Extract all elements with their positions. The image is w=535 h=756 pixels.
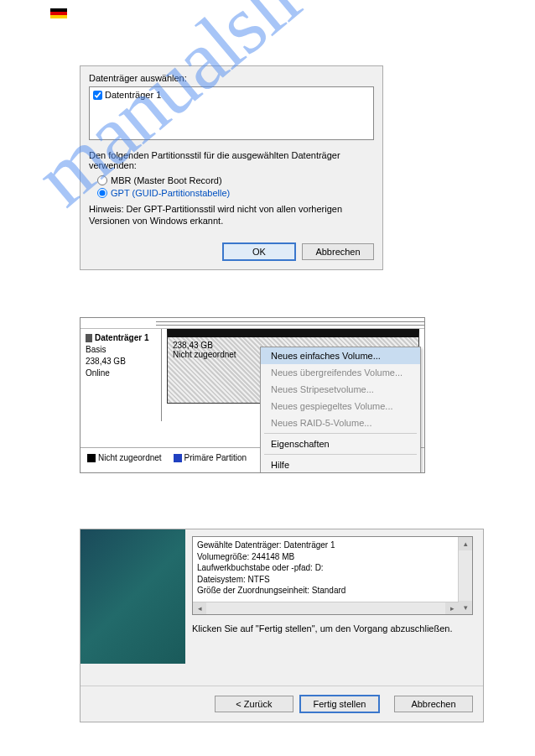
disk-list-item[interactable]: Datenträger 1 [93, 90, 370, 100]
ok-button[interactable]: OK [222, 242, 296, 261]
menu-new-mirrored-volume: Neues gespiegeltes Volume... [261, 398, 420, 414]
german-flag-icon [50, 8, 67, 18]
partition-style-label: Den folgenden Partitionsstil für die aus… [89, 150, 374, 170]
menu-new-striped-volume: Neues Stripesetvolume... [261, 381, 420, 398]
menu-properties[interactable]: Eigenschaften [261, 435, 420, 452]
disk-icon [86, 334, 92, 342]
radio-gpt-label: GPT (GUID-Partitionstabelle) [111, 188, 230, 198]
disk-header: Datenträger 1 [86, 332, 156, 344]
initialize-disk-dialog: Datenträger auswählen: Datenträger 1 Den… [80, 65, 383, 270]
disk-type: Basis [86, 344, 156, 356]
menu-separator [264, 433, 417, 434]
context-menu: Neues einfaches Volume... Neues übergrei… [260, 347, 421, 473]
menu-help[interactable]: Hilfe [261, 456, 420, 473]
disk-listbox[interactable]: Datenträger 1 [89, 86, 374, 140]
back-button[interactable]: < Zurück [215, 696, 293, 712]
radio-mbr-label: MBR (Master Boot Record) [111, 175, 222, 185]
disk-size: 238,43 GB [86, 356, 156, 368]
cancel-button[interactable]: Abbrechen [302, 243, 374, 260]
radio-mbr[interactable]: MBR (Master Boot Record) [97, 175, 374, 185]
summary-line: Laufwerkbuchstabe oder -pfad: D: [197, 562, 454, 574]
menu-new-raid5-volume: Neues RAID-5-Volume... [261, 414, 420, 431]
summary-line: Gewählte Datenträger: Datenträger 1 [197, 540, 454, 551]
finish-instruction: Klicken Sie auf "Fertig stellen", um den… [192, 623, 473, 633]
summary-line: Größe der Zuordnungseinheit: Standard [197, 585, 454, 597]
disk-status: Online [86, 368, 156, 379]
disk-list-header [81, 318, 424, 329]
finish-button[interactable]: Fertig stellen [299, 695, 380, 713]
radio-gpt[interactable]: GPT (GUID-Partitionstabelle) [97, 188, 374, 198]
cancel-button[interactable]: Abbrechen [394, 696, 473, 712]
disk-checkbox[interactable] [93, 91, 102, 100]
select-disks-label: Datenträger auswählen: [89, 73, 374, 83]
menu-new-simple-volume[interactable]: Neues einfaches Volume... [261, 347, 420, 364]
summary-line: Volumegröße: 244148 MB [197, 551, 454, 563]
radio-gpt-input[interactable] [97, 188, 107, 198]
disk-management-panel: Datenträger 1 Basis 238,43 GB Online 238… [80, 317, 425, 473]
wizard-sidebar-image [81, 529, 185, 664]
gpt-note: Hinweis: Der GPT-Partitionsstil wird nic… [89, 203, 374, 227]
menu-new-spanned-volume: Neues übergreifendes Volume... [261, 364, 420, 381]
legend-primary: Primäre Partition [174, 453, 247, 462]
radio-mbr-input[interactable] [97, 175, 107, 185]
disk-info-pane: Datenträger 1 Basis 238,43 GB Online [81, 329, 162, 421]
disk-item-label: Datenträger 1 [105, 90, 161, 100]
vertical-scrollbar[interactable]: ▴▾ [458, 537, 472, 614]
summary-line: Dateisystem: NTFS [197, 574, 454, 586]
legend-unallocated: Nicht zugeordnet [87, 453, 162, 462]
horizontal-scrollbar[interactable]: ◂▸ [193, 602, 459, 614]
disk-name: Datenträger 1 [95, 332, 148, 344]
menu-separator [264, 454, 417, 455]
summary-scrollbox[interactable]: Gewählte Datenträger: Datenträger 1 Volu… [192, 536, 473, 615]
new-volume-wizard: Gewählte Datenträger: Datenträger 1 Volu… [80, 529, 484, 722]
